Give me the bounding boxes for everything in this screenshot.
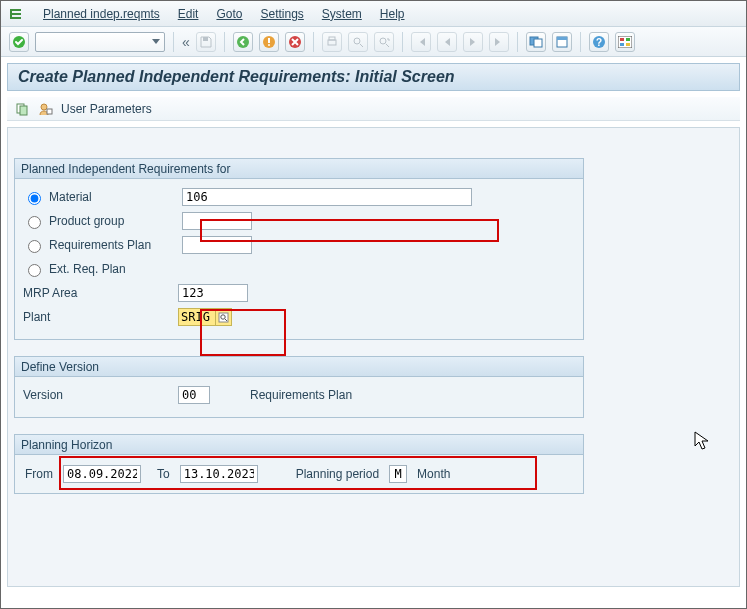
svg-rect-20: [626, 43, 630, 46]
menu-help[interactable]: Help: [380, 7, 405, 21]
svg-rect-6: [328, 40, 336, 45]
plant-input[interactable]: [179, 309, 215, 325]
svg-rect-16: [618, 36, 632, 48]
cursor-icon: [694, 431, 710, 455]
chevron-down-icon: [152, 39, 160, 44]
application-toolbar: User Parameters: [7, 97, 740, 121]
search-help-icon[interactable]: [215, 309, 231, 325]
command-field[interactable]: [35, 32, 165, 52]
label-from: From: [25, 467, 53, 481]
svg-rect-1: [203, 37, 208, 41]
label-material: Material: [49, 190, 182, 204]
svg-text:?: ?: [596, 37, 602, 48]
back-icon[interactable]: [233, 32, 253, 52]
cancel-icon[interactable]: [285, 32, 305, 52]
to-date-input[interactable]: [180, 465, 258, 483]
find-icon: [348, 32, 368, 52]
menu-goto[interactable]: Goto: [216, 7, 242, 21]
screen-title-bar: Create Planned Independent Requirements:…: [7, 63, 740, 91]
generate-shortcut-icon[interactable]: [552, 32, 572, 52]
label-mrp-area: MRP Area: [23, 286, 178, 300]
from-date-input[interactable]: [63, 465, 141, 483]
next-page-icon: [463, 32, 483, 52]
screen-title: Create Planned Independent Requirements:…: [18, 68, 455, 86]
label-req-plan-readonly: Requirements Plan: [250, 388, 352, 402]
first-page-icon: [411, 32, 431, 52]
svg-rect-22: [20, 106, 27, 115]
app-menu-icon[interactable]: [7, 5, 25, 23]
svg-rect-18: [626, 38, 630, 41]
mrp-area-input[interactable]: [178, 284, 248, 302]
group-planning-horizon-header: Planning Horizon: [15, 435, 583, 455]
planning-period-code-input[interactable]: [389, 465, 407, 483]
save-icon[interactable]: [196, 32, 216, 52]
label-plant: Plant: [23, 310, 178, 324]
prev-page-icon: [437, 32, 457, 52]
menu-bar: Planned indep.reqmts Edit Goto Settings …: [1, 1, 746, 27]
standard-toolbar: « ?: [1, 27, 746, 57]
enter-button[interactable]: [9, 32, 29, 52]
label-planning-period-text: Month: [417, 467, 450, 481]
last-page-icon: [489, 32, 509, 52]
group-pir-for-header: Planned Independent Requirements for: [15, 159, 583, 179]
label-req-plan: Requirements Plan: [49, 238, 182, 252]
radio-ext-req-plan[interactable]: [28, 264, 41, 277]
group-pir-for: Planned Independent Requirements for Mat…: [14, 158, 584, 340]
plant-field-wrap: [178, 308, 232, 326]
svg-rect-7: [329, 37, 335, 40]
label-ext-req-plan: Ext. Req. Plan: [49, 262, 182, 276]
version-input[interactable]: [178, 386, 210, 404]
svg-point-23: [41, 104, 47, 110]
svg-rect-11: [534, 39, 542, 47]
svg-point-8: [354, 38, 360, 44]
copy-icon[interactable]: [13, 100, 31, 118]
exit-icon[interactable]: [259, 32, 279, 52]
label-planning-period: Planning period: [296, 467, 379, 481]
radio-material[interactable]: [28, 192, 41, 205]
content-area: Planned Independent Requirements for Mat…: [7, 127, 740, 587]
material-input[interactable]: [182, 188, 472, 206]
label-version: Version: [23, 388, 178, 402]
product-group-input[interactable]: [182, 212, 252, 230]
label-product-group: Product group: [49, 214, 182, 228]
user-params-button[interactable]: User Parameters: [61, 102, 152, 116]
radio-req-plan[interactable]: [28, 240, 41, 253]
menu-settings[interactable]: Settings: [260, 7, 303, 21]
svg-rect-13: [557, 37, 567, 40]
svg-rect-24: [47, 109, 52, 114]
user-params-icon[interactable]: [37, 100, 55, 118]
new-session-icon[interactable]: [526, 32, 546, 52]
help-icon[interactable]: ?: [589, 32, 609, 52]
find-next-icon: [374, 32, 394, 52]
print-icon: [322, 32, 342, 52]
local-layout-icon[interactable]: [615, 32, 635, 52]
svg-point-9: [380, 38, 386, 44]
radio-product-group[interactable]: [28, 216, 41, 229]
back-chevrons[interactable]: «: [182, 34, 190, 50]
svg-rect-17: [620, 38, 624, 41]
menu-planned-indep-reqmts[interactable]: Planned indep.reqmts: [43, 7, 160, 21]
svg-point-4: [268, 44, 270, 46]
menu-system[interactable]: System: [322, 7, 362, 21]
menu-edit[interactable]: Edit: [178, 7, 199, 21]
group-define-version-header: Define Version: [15, 357, 583, 377]
svg-rect-19: [620, 43, 624, 46]
label-to: To: [157, 467, 170, 481]
svg-point-2: [237, 36, 249, 48]
group-planning-horizon: Planning Horizon From To Planning period…: [14, 434, 584, 494]
group-define-version: Define Version Version Requirements Plan: [14, 356, 584, 418]
req-plan-input[interactable]: [182, 236, 252, 254]
